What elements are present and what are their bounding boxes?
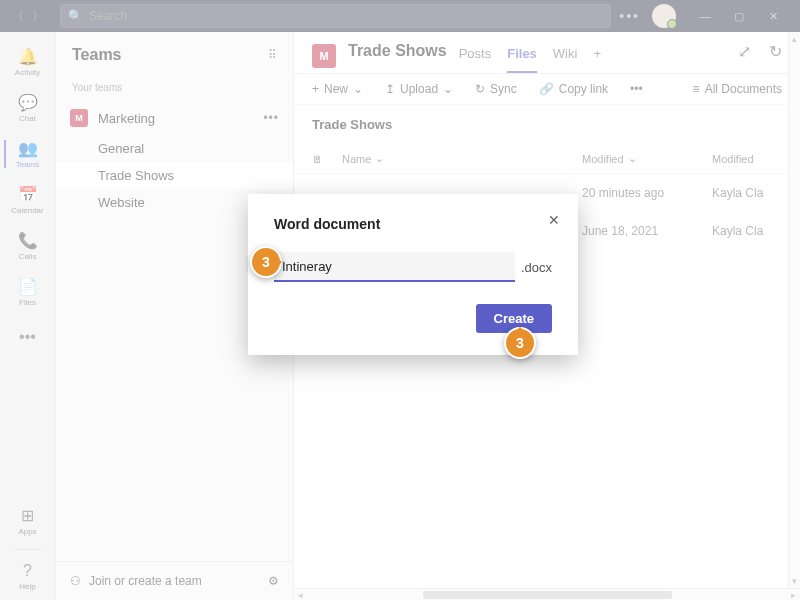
filename-row: .docx: [274, 252, 552, 282]
filename-input[interactable]: [274, 252, 515, 282]
callout-3-create: 3: [504, 327, 536, 359]
file-extension: .docx: [521, 260, 552, 275]
callout-3-input: 3: [250, 246, 282, 278]
modal-title: Word document: [274, 216, 552, 232]
modal-close-button[interactable]: ✕: [548, 212, 560, 228]
